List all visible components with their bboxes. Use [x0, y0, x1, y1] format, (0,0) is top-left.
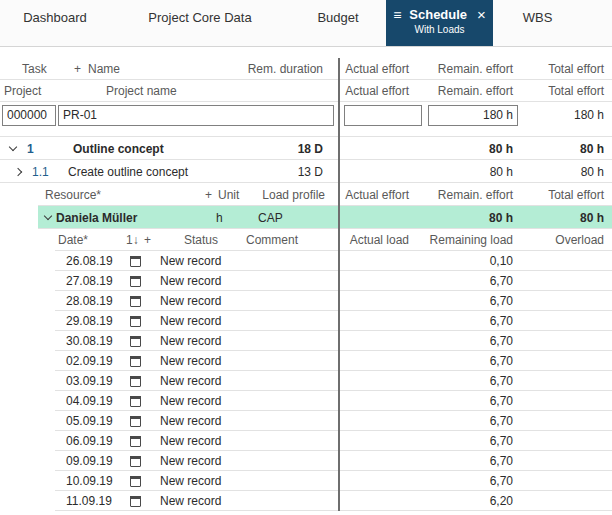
calendar-icon[interactable] [130, 356, 144, 367]
load-remaining: 6,70 [415, 454, 519, 468]
calendar-icon[interactable] [130, 296, 144, 307]
load-remaining: 0,10 [415, 254, 519, 268]
collapse-icon[interactable] [5, 147, 21, 150]
col-actual-effort: Actual effort [339, 62, 415, 76]
project-id-input[interactable] [2, 105, 56, 126]
col-total-effort: Total effort [519, 84, 612, 98]
col-overload: Overload [519, 233, 612, 247]
task-table-header: Task + Name Rem. duration Actual effort … [0, 58, 612, 80]
load-remaining: 6,70 [415, 294, 519, 308]
add-load-button[interactable]: + [144, 233, 158, 247]
col-remain-effort: Remain. effort [415, 62, 519, 76]
col-remain-effort: Remain. effort [415, 84, 519, 98]
calendar-icon[interactable] [130, 496, 144, 507]
add-resource-button[interactable]: + [205, 188, 218, 202]
load-row: 11.09.19 New record 6,20 [0, 491, 612, 511]
section-gap [0, 128, 612, 137]
project-name-input[interactable] [58, 105, 334, 126]
load-remaining: 6,70 [415, 314, 519, 328]
load-row: 06.09.19 New record 6,70 [0, 431, 612, 451]
collapse-icon[interactable] [40, 216, 56, 219]
close-icon[interactable]: × [477, 7, 486, 22]
calendar-icon[interactable] [130, 256, 144, 267]
add-task-button[interactable]: + [74, 62, 88, 76]
task-total-effort: 80 h [519, 165, 612, 179]
tab-budget[interactable]: Budget [290, 0, 386, 46]
tab-dashboard[interactable]: Dashboard [0, 0, 110, 46]
load-status: New record [160, 354, 250, 368]
load-row: 30.08.19 New record 6,70 [0, 331, 612, 351]
col-resource: Resource* [0, 188, 205, 202]
calendar-icon[interactable] [130, 476, 144, 487]
resource-row: Daniela Müller h CAP 80 h 80 h [0, 206, 612, 229]
load-row: 02.09.19 New record 6,70 [0, 351, 612, 371]
task-number[interactable]: 1 [27, 142, 73, 156]
load-row: 04.09.19 New record 6,70 [0, 391, 612, 411]
load-status: New record [160, 434, 250, 448]
project-remain-effort-box[interactable]: 180 h [428, 105, 518, 126]
load-date: 29.08.19 [0, 314, 130, 328]
load-row: 10.09.19 New record 6,70 [0, 471, 612, 491]
load-row: 03.09.19 New record 6,70 [0, 371, 612, 391]
col-project: Project [0, 84, 106, 98]
task-total-effort: 80 h [519, 142, 612, 156]
task-row: 1.1 Create outline concept 13 D 80 h 80 … [0, 160, 612, 183]
load-date: 04.09.19 [0, 394, 130, 408]
tab-bar: Dashboard Project Core Data Budget ≡ Sch… [0, 0, 612, 47]
tab-project-core-data[interactable]: Project Core Data [110, 0, 290, 46]
load-status: New record [160, 414, 250, 428]
expand-icon[interactable] [10, 169, 26, 175]
load-row: 27.08.19 New record 6,70 [0, 271, 612, 291]
task-number[interactable]: 1.1 [32, 165, 68, 179]
task-row: 1 Outline concept 18 D 80 h 80 h [0, 137, 612, 160]
calendar-icon[interactable] [130, 436, 144, 447]
project-header-row: Project Project name Actual effort Remai… [0, 80, 612, 102]
tab-wbs[interactable]: WBS [493, 0, 582, 46]
load-date: 03.09.19 [0, 374, 130, 388]
task-name: Outline concept [73, 142, 164, 156]
load-date: 05.09.19 [0, 414, 130, 428]
col-total-effort: Total effort [519, 188, 612, 202]
load-status: New record [160, 494, 250, 508]
calendar-icon[interactable] [130, 416, 144, 427]
load-date: 09.09.19 [0, 454, 130, 468]
resource-total-effort: 80 h [519, 211, 612, 225]
load-remaining: 6,70 [415, 414, 519, 428]
schedule-content: Task + Name Rem. duration Actual effort … [0, 47, 612, 511]
load-date: 30.08.19 [0, 334, 130, 348]
menu-icon[interactable]: ≡ [393, 8, 401, 22]
calendar-icon[interactable] [130, 376, 144, 387]
tab-schedule[interactable]: ≡ Schedule × With Loads [386, 0, 493, 46]
project-actual-effort-box[interactable] [344, 105, 422, 126]
load-remaining: 6,70 [415, 274, 519, 288]
calendar-icon[interactable] [130, 276, 144, 287]
load-row: 09.09.19 New record 6,70 [0, 451, 612, 471]
task-name: Create outline concept [68, 165, 188, 179]
col-unit: Unit [218, 188, 256, 202]
load-remaining: 6,70 [415, 374, 519, 388]
calendar-icon[interactable] [130, 336, 144, 347]
load-status: New record [160, 454, 250, 468]
schedule-app: Dashboard Project Core Data Budget ≡ Sch… [0, 0, 612, 511]
load-remaining: 6,70 [415, 334, 519, 348]
col-actual-load: Actual load [339, 233, 415, 247]
resource-remain-effort: 80 h [415, 211, 519, 225]
task-remain-effort: 80 h [415, 142, 519, 156]
load-status: New record [160, 274, 250, 288]
load-status: New record [160, 374, 250, 388]
load-status: New record [160, 474, 250, 488]
sort-icon[interactable]: 1↓ [126, 233, 144, 247]
load-status: New record [160, 294, 250, 308]
load-date: 27.08.19 [0, 274, 130, 288]
load-row: 28.08.19 New record 6,70 [0, 291, 612, 311]
resource-name[interactable]: Daniela Müller [56, 211, 216, 225]
calendar-icon[interactable] [130, 456, 144, 467]
calendar-icon[interactable] [130, 396, 144, 407]
col-remain-effort: Remain. effort [415, 188, 519, 202]
resource-unit: h [216, 211, 258, 225]
calendar-icon[interactable] [130, 316, 144, 327]
col-date: Date* [0, 233, 126, 247]
load-date: 26.08.19 [0, 254, 130, 268]
load-status: New record [160, 254, 250, 268]
load-remaining: 6,20 [415, 494, 519, 508]
